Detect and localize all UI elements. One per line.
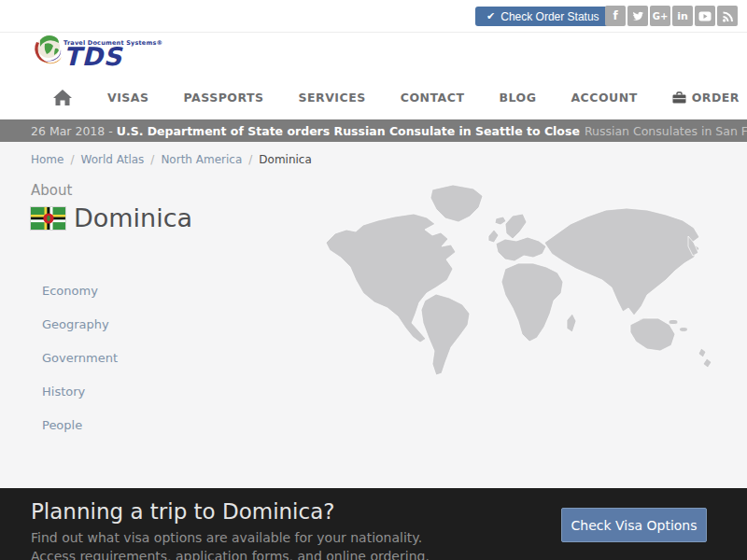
sidebar-item-people[interactable]: People bbox=[42, 418, 118, 432]
logo-brand: TDS bbox=[63, 47, 162, 67]
nav-item-home[interactable] bbox=[52, 89, 73, 106]
social-icons-row: f G+ in bbox=[605, 6, 738, 26]
page-title: Dominica bbox=[74, 203, 192, 232]
sidebar-item-history[interactable]: History bbox=[42, 385, 118, 399]
check-order-status-label: Check Order Status bbox=[500, 10, 599, 23]
rss-icon[interactable] bbox=[717, 6, 738, 26]
ticker-headline-link[interactable]: U.S. Department of State orders Russian … bbox=[117, 124, 580, 138]
check-icon: ✔ bbox=[486, 11, 495, 21]
nav-item-account[interactable]: ACCOUNT bbox=[571, 91, 637, 105]
breadcrumb-home[interactable]: Home bbox=[31, 153, 63, 166]
nav-item-order[interactable]: ORDER bbox=[672, 91, 740, 105]
nav-item-visas[interactable]: VISAS bbox=[107, 91, 149, 105]
breadcrumb-current: Dominica bbox=[259, 153, 312, 166]
news-ticker: 26 Mar 2018 - U.S. Department of State o… bbox=[0, 119, 747, 142]
world-map bbox=[322, 183, 742, 386]
top-utility-bar: ✔ Check Order Status f G+ in bbox=[0, 0, 747, 33]
cta-line-2: Access requirements, application forms, … bbox=[31, 549, 430, 560]
briefcase-icon bbox=[672, 91, 686, 104]
cta-footer: Planning a trip to Dominica? Find out wh… bbox=[0, 488, 747, 560]
nav-item-order-label: ORDER bbox=[692, 91, 740, 105]
nav-item-blog[interactable]: BLOG bbox=[499, 91, 536, 105]
twitter-icon[interactable] bbox=[627, 6, 648, 26]
check-order-status-button[interactable]: ✔ Check Order Status bbox=[475, 7, 611, 26]
breadcrumb-world-atlas[interactable]: World Atlas bbox=[80, 153, 144, 166]
nav-item-services[interactable]: SERVICES bbox=[299, 91, 366, 105]
youtube-icon[interactable] bbox=[695, 6, 715, 26]
check-visa-options-button[interactable]: Check Visa Options bbox=[561, 508, 707, 542]
linkedin-icon[interactable]: in bbox=[672, 6, 693, 26]
logo-text: Travel Document Systems® TDS bbox=[63, 39, 162, 67]
breadcrumb-separator: / bbox=[248, 153, 252, 166]
nav-item-passports[interactable]: PASSPORTS bbox=[184, 91, 264, 105]
country-section-links: Economy Geography Government History Peo… bbox=[42, 284, 118, 432]
sidebar-item-economy[interactable]: Economy bbox=[42, 284, 118, 298]
google-plus-icon[interactable]: G+ bbox=[650, 6, 670, 26]
sidebar-item-geography[interactable]: Geography bbox=[42, 317, 118, 331]
ticker-teaser: Russian Consulates in San Francisco and … bbox=[585, 124, 747, 138]
tds-logo[interactable]: Travel Document Systems® TDS bbox=[28, 29, 162, 70]
country-header: Dominica bbox=[31, 203, 192, 232]
breadcrumb: Home / World Atlas / North America / Dom… bbox=[31, 153, 312, 166]
cta-title: Planning a trip to Dominica? bbox=[31, 499, 334, 524]
facebook-icon[interactable]: f bbox=[605, 6, 626, 26]
breadcrumb-north-america[interactable]: North America bbox=[161, 153, 242, 166]
about-label: About bbox=[31, 182, 72, 199]
nav-item-contact[interactable]: CONTACT bbox=[401, 91, 465, 105]
sidebar-item-government[interactable]: Government bbox=[42, 351, 118, 365]
logo-row: Travel Document Systems® TDS bbox=[0, 33, 747, 76]
cta-line-1: Find out what visa options are available… bbox=[31, 530, 422, 545]
home-icon bbox=[52, 89, 73, 106]
dominica-flag-icon bbox=[31, 207, 65, 230]
ticker-date: 26 Mar 2018 - bbox=[31, 124, 113, 138]
breadcrumb-separator: / bbox=[70, 153, 74, 166]
tds-dominica-page: ✔ Check Order Status f G+ in bbox=[0, 0, 747, 560]
main-nav: VISAS PASSPORTS SERVICES CONTACT BLOG AC… bbox=[0, 76, 747, 119]
main-content: Home / World Atlas / North America / Dom… bbox=[0, 142, 747, 488]
breadcrumb-separator: / bbox=[150, 153, 154, 166]
